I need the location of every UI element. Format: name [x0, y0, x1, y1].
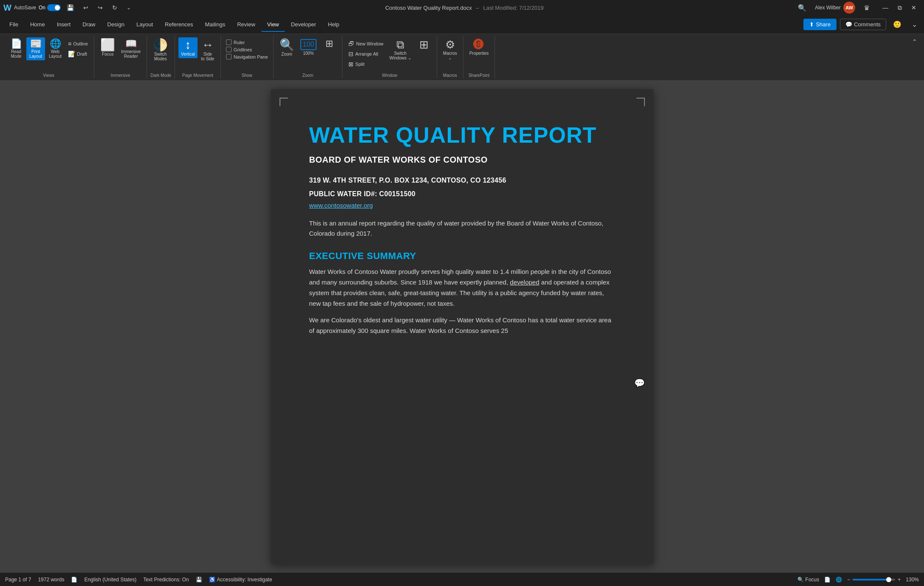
tab-developer[interactable]: Developer — [285, 17, 322, 32]
view-side-by-side-button[interactable]: ⊞ — [415, 37, 433, 53]
restore-button[interactable]: ⧉ — [893, 3, 906, 13]
customize-button[interactable]: ⌄ — [123, 4, 134, 11]
comment-icon[interactable]: 💬 — [634, 378, 645, 388]
language-info[interactable]: English (United States) — [84, 577, 136, 583]
tab-layout[interactable]: Layout — [130, 17, 159, 32]
tab-review[interactable]: Review — [231, 17, 261, 32]
redo-button[interactable]: ↪ — [94, 3, 106, 12]
tab-design[interactable]: Design — [102, 17, 130, 32]
ribbon-group-macros: ⚙ Macros⌄ Macros — [437, 36, 463, 79]
views-group-label: Views — [7, 72, 90, 79]
ribbon-expand-button[interactable]: ⌃ — [909, 37, 921, 46]
accessibility-info[interactable]: ♿ Accessibility: Investigate — [209, 577, 272, 583]
arrange-all-button[interactable]: ⊟ Arrange All — [346, 49, 386, 59]
search-button[interactable]: 🔍 — [794, 3, 810, 13]
smiley-button[interactable]: 🙂 — [890, 20, 905, 29]
autosave-switch[interactable] — [47, 4, 61, 11]
tab-mailings[interactable]: Mailings — [199, 17, 232, 32]
text-predictions[interactable]: Text Predictions: On — [143, 577, 189, 583]
ribbon-collapse-button[interactable]: ⌄ — [908, 20, 921, 29]
split-icon: ⊠ — [348, 61, 353, 68]
zoom-100-label: 100% — [303, 51, 314, 56]
web-layout-button[interactable]: 🌐 WebLayout — [46, 37, 65, 60]
navigation-pane-checkbox[interactable]: Navigation Pane — [224, 54, 270, 60]
draft-label: Draft — [77, 51, 87, 56]
tab-view[interactable]: View — [261, 17, 285, 32]
tab-home[interactable]: Home — [24, 17, 51, 32]
executive-summary-title: EXECUTIVE SUMMARY — [309, 251, 615, 262]
document-address-line1: 319 W. 4TH STREET, P.O. BOX 1234, CONTOS… — [309, 175, 615, 186]
switch-modes-button[interactable]: 🌓 SwitchModes — [150, 37, 170, 63]
zoom-button[interactable]: 🔍 Zoom — [277, 37, 297, 58]
zoom-percent-label: 130% — [906, 577, 919, 583]
document-website[interactable]: www.contosowater.org — [309, 202, 615, 209]
print-layout-button[interactable]: 📰 PrintLayout — [26, 37, 45, 60]
macros-content: ⚙ Macros⌄ — [441, 36, 460, 72]
outline-label: Outline — [73, 41, 88, 46]
page-info[interactable]: Page 1 of 7 — [5, 577, 31, 583]
properties-button[interactable]: 🅢 Properties — [467, 37, 492, 57]
undo-button[interactable]: ↩ — [80, 3, 92, 12]
tab-references[interactable]: References — [159, 17, 199, 32]
split-button[interactable]: ⊠ Split — [346, 59, 386, 69]
minimize-button[interactable]: — — [878, 3, 893, 13]
switch-modes-icon: 🌓 — [153, 39, 168, 51]
tab-file[interactable]: File — [3, 17, 24, 32]
macros-button[interactable]: ⚙ Macros⌄ — [441, 37, 460, 62]
show-group-label: Show — [224, 72, 270, 79]
print-layout-label: PrintLayout — [29, 49, 42, 59]
repeat-button[interactable]: ↻ — [109, 3, 121, 12]
crown-button[interactable]: ♛ — [860, 3, 873, 13]
focus-button[interactable]: ⬜ Focus — [98, 37, 118, 58]
gridlines-checkbox[interactable]: Gridlines — [224, 46, 270, 53]
document-title: WATER QUALITY REPORT — [309, 123, 615, 147]
properties-icon: 🅢 — [473, 39, 484, 50]
focus-icon: ⬜ — [100, 39, 115, 51]
autosave-toggle[interactable]: On — [39, 4, 61, 11]
side-to-side-icon: ↔ — [202, 39, 214, 51]
document-type-icon[interactable]: 📄 — [71, 577, 77, 583]
web-layout-status-icon: 🌐 — [836, 577, 842, 583]
zoom-plus-icon[interactable]: + — [898, 577, 901, 583]
tab-insert[interactable]: Insert — [51, 17, 77, 32]
save-button[interactable]: 💾 — [63, 3, 77, 12]
document-intro: This is an annual report regarding the q… — [309, 218, 615, 239]
outline-button[interactable]: ≡ Outline — [65, 39, 90, 48]
side-to-side-button[interactable]: ↔ Sideto Side — [198, 37, 217, 63]
ribbon: 📄 ReadMode 📰 PrintLayout 🌐 WebLayout ≡ O… — [0, 34, 924, 81]
ribbon-group-immersive: ⬜ Focus 📖 ImmersiveReader Immersive — [94, 36, 147, 79]
immersive-reader-button[interactable]: 📖 ImmersiveReader — [119, 37, 143, 60]
zoom-percent-status[interactable]: 130% — [906, 577, 919, 583]
read-mode-label: ReadMode — [11, 49, 21, 59]
ruler-checkbox-box — [226, 39, 232, 45]
print-layout-status-icon: 📄 — [824, 577, 831, 583]
zoom-pages-button[interactable]: ⊞ — [320, 37, 339, 51]
share-button[interactable]: ⬆ Share — [803, 19, 836, 30]
switch-windows-button[interactable]: ⧉ SwitchWindows ⌄ — [387, 37, 413, 62]
focus-button-status[interactable]: 🔍 Focus — [797, 577, 819, 583]
web-layout-status[interactable]: 🌐 — [836, 577, 842, 583]
zoom-100-button[interactable]: 100 100% — [298, 37, 319, 57]
avatar: AW — [843, 2, 855, 14]
properties-label: Properties — [469, 51, 489, 56]
comments-button[interactable]: 💬 Comments — [840, 19, 886, 30]
focus-label-status: Focus — [805, 577, 819, 583]
draft-button[interactable]: 📝 Draft — [65, 49, 90, 59]
vertical-button[interactable]: ↕ Vertical — [178, 37, 198, 58]
new-window-button[interactable]: 🗗 New Window — [346, 39, 386, 48]
tab-help[interactable]: Help — [322, 17, 345, 32]
ruler-checkbox[interactable]: Ruler — [224, 39, 270, 45]
word-count[interactable]: 1972 words — [38, 577, 64, 583]
zoom-slider-area[interactable]: − + — [847, 577, 901, 583]
ribbon-group-window: 🗗 New Window ⊟ Arrange All ⊠ Split ⧉ Swi… — [342, 36, 437, 79]
status-bar: Page 1 of 7 1972 words 📄 English (United… — [0, 572, 924, 586]
print-layout-status[interactable]: 📄 — [824, 577, 831, 583]
window-group-label: Window — [346, 72, 433, 79]
tab-draw[interactable]: Draw — [76, 17, 101, 32]
close-button[interactable]: ✕ — [907, 3, 921, 13]
zoom-slider[interactable] — [853, 579, 895, 580]
zoom-minus-icon[interactable]: − — [847, 577, 850, 583]
zoom-group-label: Zoom — [277, 72, 339, 79]
save-status[interactable]: 💾 — [196, 577, 202, 583]
read-mode-button[interactable]: 📄 ReadMode — [7, 37, 25, 60]
